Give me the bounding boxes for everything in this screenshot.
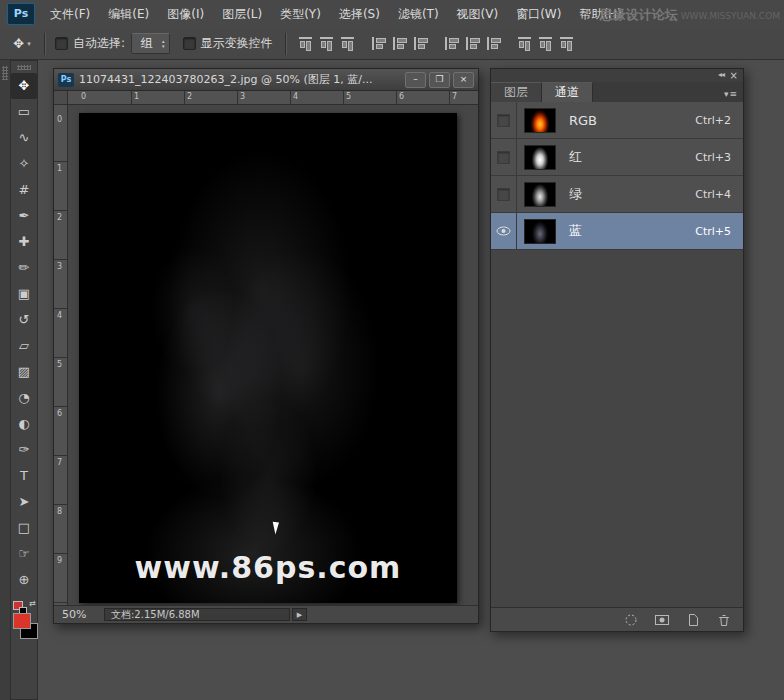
tool-options-bar: ✥ ▾ 自动选择: 组 ▴▾ 显示变换控件	[0, 28, 784, 60]
close-button[interactable]: ×	[453, 72, 474, 88]
cursor-pointer-icon	[273, 521, 282, 535]
photoshop-logo-icon: Ps	[7, 3, 35, 25]
tool-clone-stamp[interactable]: ▣	[11, 281, 37, 307]
visibility-toggle[interactable]	[491, 176, 517, 212]
toolbar-grip[interactable]	[17, 65, 31, 70]
channel-row-red[interactable]: 红Ctrl+3	[491, 139, 743, 176]
ruler-v-number: 9	[57, 556, 62, 565]
separator	[285, 33, 287, 55]
visibility-eye-icon[interactable]	[491, 213, 517, 249]
ruler-corner[interactable]	[54, 91, 68, 105]
align-top-edges-icon[interactable]	[298, 35, 313, 52]
panel-menu-icon[interactable]: ▾≡	[724, 89, 738, 99]
tool-history-brush[interactable]: ↺	[11, 307, 37, 333]
auto-select-target-value: 组	[141, 35, 153, 52]
ruler-h-number: 5	[346, 92, 351, 101]
align-horizontal-centers-icon[interactable]	[391, 36, 408, 51]
minimize-button[interactable]: –	[405, 72, 426, 88]
document-titlebar[interactable]: Ps 11074431_122403780263_2.jpg @ 50% (图层…	[54, 69, 478, 91]
menu-window[interactable]: 窗口(W)	[507, 0, 570, 28]
align-vertical-centers-icon[interactable]	[319, 35, 334, 52]
menu-type[interactable]: 类型(Y)	[271, 0, 330, 28]
tool-dodge[interactable]: ◐	[11, 411, 37, 437]
tool-zoom[interactable]: ⊕	[11, 567, 37, 593]
channel-row-blue[interactable]: 蓝Ctrl+5	[491, 213, 743, 250]
auto-select-checkbox[interactable]	[55, 37, 68, 50]
tool-eraser[interactable]: ▱	[11, 333, 37, 359]
menu-layer[interactable]: 图层(L)	[213, 0, 271, 28]
swap-colors-icon[interactable]: ⇄	[29, 599, 36, 608]
forum-watermark: 思缘设计论坛WWW.MISSYUAN.COM	[600, 0, 780, 30]
canvas-image[interactable]: www.86ps.com	[79, 113, 457, 603]
channel-shortcut: Ctrl+3	[695, 151, 731, 164]
tool-rect-marquee[interactable]: ▭	[11, 99, 37, 125]
menu-image[interactable]: 图像(I)	[158, 0, 213, 28]
distribute-vertical-centers-icon[interactable]	[464, 36, 481, 51]
close-panel-icon[interactable]: ×	[730, 69, 738, 82]
tool-spot-healing[interactable]: ✚	[11, 229, 37, 255]
menu-file[interactable]: 文件(F)	[41, 0, 99, 28]
visibility-toggle[interactable]	[491, 102, 517, 138]
menu-filter[interactable]: 滤镜(T)	[389, 0, 448, 28]
default-colors-icon[interactable]	[13, 601, 23, 610]
menu-select[interactable]: 选择(S)	[330, 0, 389, 28]
ruler-h-number: 6	[399, 92, 404, 101]
menu-bar: Ps 文件(F)编辑(E)图像(I)图层(L)类型(Y)选择(S)滤镜(T)视图…	[0, 0, 784, 29]
collapse-panel-icon[interactable]: ◂◂	[718, 70, 724, 79]
tool-crop[interactable]: #	[11, 177, 37, 203]
align-bottom-edges-icon[interactable]	[340, 35, 355, 52]
channel-shortcut: Ctrl+2	[695, 114, 731, 127]
distribute-top-edges-icon[interactable]	[443, 36, 460, 51]
maximize-button[interactable]: ❐	[429, 72, 450, 88]
tab-layers[interactable]: 图层	[491, 82, 542, 102]
channel-thumbnail-green	[524, 182, 556, 207]
channel-thumbnail-rgb	[524, 108, 556, 133]
delete-channel-icon[interactable]	[715, 612, 733, 627]
document-window: Ps 11074431_122403780263_2.jpg @ 50% (图层…	[53, 68, 479, 624]
tool-type[interactable]: T	[11, 463, 37, 489]
canvas-viewport[interactable]: www.86ps.com	[68, 105, 478, 605]
current-tool-preview[interactable]: ✥ ▾	[6, 33, 38, 55]
new-channel-icon[interactable]	[684, 612, 702, 627]
tool-gradient[interactable]: ▨	[11, 359, 37, 385]
foreground-color-swatch[interactable]	[13, 613, 31, 629]
tool-blur[interactable]: ◔	[11, 385, 37, 411]
eye-icon	[496, 226, 511, 236]
distribute-bottom-edges-icon[interactable]	[485, 36, 502, 51]
ruler-v-number: 7	[57, 458, 62, 467]
load-selection-icon[interactable]	[622, 612, 640, 627]
document-title: 11074431_122403780263_2.jpg @ 50% (图层 1,…	[79, 72, 401, 87]
tool-lasso[interactable]: ∿	[11, 125, 37, 151]
align-right-edges-icon[interactable]	[412, 36, 429, 51]
tool-hand[interactable]: ☞	[11, 541, 37, 567]
align-left-edges-icon[interactable]	[370, 36, 387, 51]
tool-move[interactable]: ✥	[11, 73, 37, 99]
tool-path-selection[interactable]: ➤	[11, 489, 37, 515]
status-options-arrow[interactable]: ▶	[292, 608, 307, 621]
auto-select-target-dropdown[interactable]: 组 ▴▾	[131, 33, 170, 54]
distribute-right-edges-icon[interactable]	[559, 35, 574, 52]
empty-eye-well	[497, 114, 510, 127]
distribute-left-edges-icon[interactable]	[517, 35, 532, 52]
menu-edit[interactable]: 编辑(E)	[99, 0, 158, 28]
visibility-toggle[interactable]	[491, 139, 517, 175]
zoom-level-field[interactable]: 50%	[62, 608, 104, 621]
tool-eyedropper[interactable]: ✒	[11, 203, 37, 229]
save-selection-as-channel-icon[interactable]	[653, 612, 671, 627]
tool-brush[interactable]: ✏	[11, 255, 37, 281]
channel-actions	[622, 612, 733, 627]
ruler-v-number: 0	[57, 115, 62, 124]
channel-row-rgb[interactable]: RGBCtrl+2	[491, 102, 743, 139]
tab-channels[interactable]: 通道	[542, 82, 593, 102]
panel-tabbar: 图层 通道 ▾≡	[491, 82, 743, 102]
show-transform-checkbox[interactable]	[183, 37, 196, 50]
menu-view[interactable]: 视图(V)	[448, 0, 508, 28]
tool-quick-selection[interactable]: ✧	[11, 151, 37, 177]
channel-list: RGBCtrl+2红Ctrl+3绿Ctrl+4蓝Ctrl+5	[491, 102, 743, 250]
channel-row-green[interactable]: 绿Ctrl+4	[491, 176, 743, 213]
distribute-horizontal-centers-icon[interactable]	[538, 35, 553, 52]
stepper-icon: ▴▾	[162, 39, 165, 48]
panel-header[interactable]: ◂◂ ×	[491, 69, 743, 82]
tool-rectangle-shape[interactable]: □	[11, 515, 37, 541]
tool-pen[interactable]: ✑	[11, 437, 37, 463]
